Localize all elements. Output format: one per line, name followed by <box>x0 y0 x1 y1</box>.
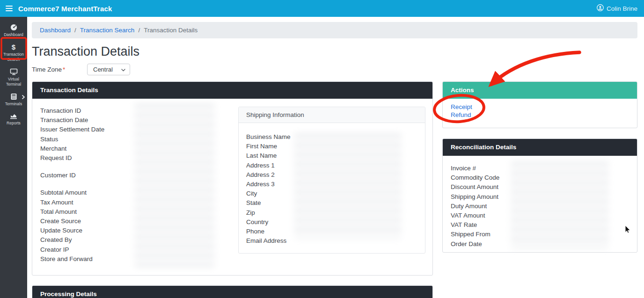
sidebar-item-label: Terminals <box>5 102 22 107</box>
shipping-information-panel: Shipping Information Business NameFirst … <box>238 107 425 254</box>
timezone-label: Time Zone* <box>32 66 87 73</box>
field-label: Shipping Amount <box>451 192 629 202</box>
timezone-select[interactable]: Central <box>87 64 130 75</box>
reconciliation-details-panel: Reconciliation Details Invoice #Commodit… <box>442 138 637 253</box>
sidebar-item-reports[interactable]: Reports <box>0 110 27 129</box>
transaction-details-panel: Transaction Details Transaction IDTransa… <box>32 81 433 276</box>
field-label: Store and Forward <box>40 254 424 264</box>
required-asterisk: * <box>63 66 65 73</box>
gauge-icon <box>10 24 18 31</box>
user-menu[interactable]: Colin Brine <box>597 4 637 13</box>
field-label: Email Address <box>246 236 417 246</box>
breadcrumb-link-dashboard[interactable]: Dashboard <box>40 27 71 34</box>
field-label: First Name <box>246 142 417 151</box>
breadcrumb: Dashboard / Transaction Search / Transac… <box>32 22 637 38</box>
top-bar: Commerce7 MerchantTrack Colin Brine <box>0 0 644 17</box>
brand-title: Commerce7 MerchantTrack <box>18 5 112 13</box>
field-label: Business Name <box>246 132 417 142</box>
transaction-details-panel-title: Transaction Details <box>32 82 432 99</box>
breadcrumb-current: Transaction Details <box>144 27 198 34</box>
terminal-icon <box>10 93 17 100</box>
field-label: VAT Amount <box>451 211 629 220</box>
processing-details-panel: Processing Details <box>32 285 433 298</box>
field-label: VAT Rate <box>451 220 629 230</box>
actions-links: ReceiptRefund <box>443 99 637 128</box>
breadcrumb-link-transaction-search[interactable]: Transaction Search <box>80 27 135 34</box>
sidebar-item-transaction-search[interactable]: $ Transaction Search <box>0 41 27 65</box>
timezone-row: Time Zone* Central <box>32 64 637 75</box>
field-label: Discount Amount <box>451 182 629 192</box>
field-label: Order Date <box>451 240 629 249</box>
chevron-right-icon <box>22 95 25 99</box>
sidebar-item-terminals[interactable]: Terminals <box>0 90 27 110</box>
actions-panel-title: Actions <box>443 82 637 99</box>
reconciliation-details-panel-title: Reconciliation Details <box>443 139 637 156</box>
field-label: Address 2 <box>246 170 417 180</box>
shipping-information-panel-title: Shipping Information <box>239 107 425 123</box>
sidebar-nav: Dashboard $ Transaction Search Virtual T… <box>0 17 27 298</box>
menu-icon[interactable] <box>5 4 14 13</box>
breadcrumb-separator: / <box>74 27 76 34</box>
field-label: Invoice # <box>451 164 629 173</box>
field-label: Shipped From <box>451 230 629 239</box>
field-label: State <box>246 198 417 208</box>
user-icon <box>597 4 604 13</box>
dollar-icon: $ <box>12 44 15 51</box>
field-label: Commodity Code <box>451 173 629 182</box>
breadcrumb-separator: / <box>138 27 140 34</box>
sidebar-item-dashboard[interactable]: Dashboard <box>0 21 27 41</box>
user-name: Colin Brine <box>607 5 637 12</box>
sidebar-item-virtual-terminal[interactable]: Virtual Terminal <box>0 65 27 90</box>
page-title: Transaction Details <box>32 44 637 59</box>
sidebar-item-label: Dashboard <box>4 32 23 37</box>
chart-icon <box>10 113 17 119</box>
actions-panel: Actions ReceiptRefund <box>442 81 637 128</box>
field-label: Phone <box>246 227 417 236</box>
field-group: Business NameFirst NameLast NameAddress … <box>246 132 417 246</box>
action-link[interactable]: Refund <box>451 111 629 119</box>
action-link[interactable]: Receipt <box>451 103 629 111</box>
sidebar-item-label: Virtual Terminal <box>1 77 26 87</box>
field-label: Zip <box>246 208 417 218</box>
field-label: Last Name <box>246 151 417 160</box>
field-group: Invoice #Commodity CodeDiscount AmountSh… <box>451 164 629 249</box>
sidebar-item-label: Transaction Search <box>1 52 26 62</box>
chevron-down-icon <box>121 66 125 73</box>
field-label: City <box>246 189 417 198</box>
field-label: Country <box>246 218 417 227</box>
timezone-selected-value: Central <box>93 66 113 73</box>
field-label: Address 3 <box>246 180 417 189</box>
monitor-icon <box>10 68 18 75</box>
field-label: Address 1 <box>246 161 417 170</box>
main-content: Dashboard / Transaction Search / Transac… <box>27 17 644 298</box>
sidebar-item-label: Reports <box>7 121 21 126</box>
processing-details-panel-title: Processing Details <box>32 286 432 298</box>
field-label: Duty Amount <box>451 202 629 211</box>
